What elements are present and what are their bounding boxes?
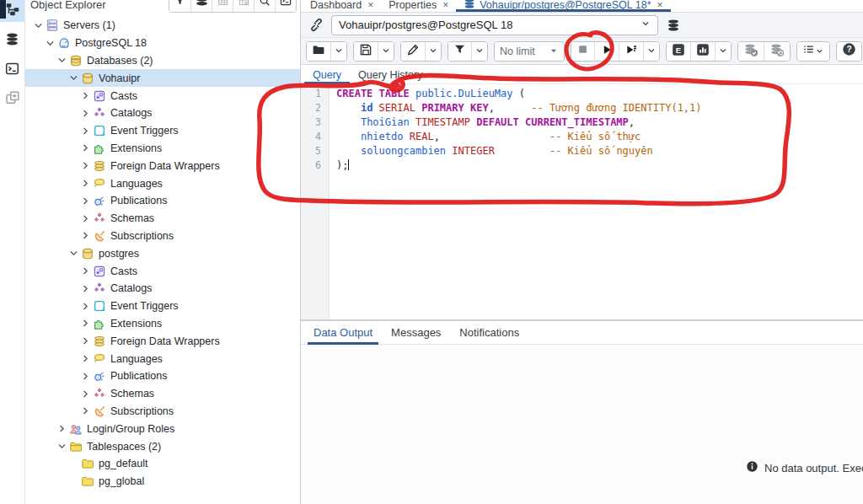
- tab-notifications[interactable]: Notifications: [450, 321, 528, 345]
- events-icon: [93, 299, 106, 313]
- tree-item-login-group-roles[interactable]: Login/Group Roles: [25, 420, 300, 437]
- sql-code[interactable]: CREATE TABLE public.DuLieuMay ( id SERIA…: [330, 84, 863, 319]
- tree-item-event-triggers[interactable]: Event Triggers: [25, 122, 300, 140]
- tab-properties[interactable]: Properties×: [381, 0, 456, 12]
- chevron-right-icon[interactable]: [79, 282, 91, 294]
- sql-editor[interactable]: 123456 CREATE TABLE public.DuLieuMay ( i…: [301, 83, 863, 319]
- explorer-tool-funnel[interactable]: [169, 0, 190, 12]
- explorer-tool-grid[interactable]: [212, 0, 233, 12]
- chevron-down-icon[interactable]: [56, 441, 67, 453]
- chevron-right-icon[interactable]: [79, 160, 91, 172]
- tab-query-history[interactable]: Query History: [350, 69, 431, 83]
- close-icon[interactable]: ×: [657, 0, 663, 11]
- chevron-right-icon[interactable]: [79, 230, 91, 242]
- tree-item-tablespaces-2-[interactable]: Tablespaces (2): [25, 437, 300, 455]
- toolbar-button-commit[interactable]: [738, 42, 764, 61]
- chevron-right-icon[interactable]: [56, 423, 67, 435]
- chevron-right-icon[interactable]: [79, 388, 91, 399]
- toolbar-button-play[interactable]: [594, 42, 619, 61]
- tree-item-schemas[interactable]: Schemas: [25, 210, 300, 228]
- tree-item-foreign-data-wrappers[interactable]: Foreign Data Wrappers: [25, 157, 300, 174]
- chevron-right-icon[interactable]: [79, 107, 91, 119]
- toolbar-button-chevron-down[interactable]: [715, 42, 731, 61]
- tab-messages[interactable]: Messages: [382, 321, 450, 345]
- toolbar-button-help[interactable]: ?: [837, 42, 861, 61]
- tree-item-subscriptions[interactable]: Subscriptions: [25, 228, 300, 245]
- tree-item-pg-global[interactable]: pg_global: [25, 473, 300, 491]
- toolbar-button-chevron-down[interactable]: [425, 42, 441, 61]
- tree-item-extensions[interactable]: Extensions: [25, 140, 300, 158]
- explorer-tool-grid-delete[interactable]: [233, 0, 254, 12]
- connection-selector[interactable]: Vohauipr/postgres@PostgreSQL 18: [331, 15, 658, 35]
- close-icon[interactable]: ×: [442, 0, 448, 11]
- tree-item-schemas[interactable]: Schemas: [25, 385, 300, 403]
- new-connection-button[interactable]: [663, 15, 683, 35]
- chevron-right-icon[interactable]: [79, 335, 91, 347]
- chevron-down-icon[interactable]: [44, 37, 56, 49]
- connection-status-button[interactable]: [306, 15, 326, 35]
- toolbar-button-pencil[interactable]: [401, 42, 425, 61]
- tree-item-postgresql-18[interactable]: PostgreSQL 18: [25, 35, 300, 52]
- tree-item-casts[interactable]: Casts: [25, 87, 300, 105]
- toolbar-button-folder[interactable]: [307, 42, 330, 61]
- chevron-down-icon[interactable]: [67, 72, 79, 84]
- row-limit-select[interactable]: No limit: [495, 42, 564, 61]
- rail-item-database-stack[interactable]: [0, 29, 24, 51]
- tree-item-languages[interactable]: Languages: [25, 350, 300, 367]
- toolbar-button-explain[interactable]: E: [667, 42, 690, 61]
- chevron-down-icon[interactable]: [67, 248, 79, 260]
- tree-item-databases-2-[interactable]: Databases (2): [25, 52, 300, 70]
- tree-item-publications[interactable]: Publications: [25, 367, 300, 385]
- chevron-right-icon[interactable]: [79, 318, 91, 330]
- chevron-right-icon[interactable]: [79, 353, 91, 365]
- chevron-right-icon[interactable]: [79, 370, 91, 382]
- tree-item-servers-1-[interactable]: Servers (1): [25, 17, 300, 35]
- tree-item-catalogs[interactable]: Catalogs: [25, 280, 300, 298]
- chevron-down-icon[interactable]: [32, 19, 44, 31]
- explorer-tool-console[interactable]: [275, 0, 296, 12]
- chevron-right-icon[interactable]: [79, 195, 91, 206]
- chevron-right-icon[interactable]: [79, 142, 91, 154]
- toolbar-button-funnel-o[interactable]: [448, 42, 471, 61]
- tree-item-catalogs[interactable]: Catalogs: [25, 105, 300, 122]
- chevron-right-icon[interactable]: [79, 178, 91, 190]
- tree-item-languages[interactable]: Languages: [25, 174, 300, 192]
- tab-query[interactable]: Query: [304, 69, 350, 83]
- tree-item-pg-default[interactable]: pg_default: [25, 455, 300, 473]
- tree-item-postgres[interactable]: postgres: [25, 244, 300, 262]
- tab-vohauipr-postgres-postgresql-1[interactable]: Vohauipr/postgres@PostgreSQL 18*×: [456, 0, 670, 12]
- tree-item-casts[interactable]: Casts: [25, 262, 300, 280]
- rail-item-schema-diff[interactable]: [0, 88, 24, 110]
- tree-item-foreign-data-wrappers[interactable]: Foreign Data Wrappers: [25, 332, 300, 350]
- toolbar-button-play-script[interactable]: [619, 42, 643, 61]
- chevron-right-icon[interactable]: [79, 125, 91, 137]
- toolbar-button-analyze[interactable]: [690, 42, 715, 61]
- chevron-right-icon[interactable]: [79, 90, 91, 102]
- toolbar-button-chevron-down[interactable]: [378, 42, 394, 61]
- tree-item-subscriptions[interactable]: Subscriptions: [25, 403, 300, 421]
- funnel-o-icon: [453, 43, 466, 59]
- chevron-down-icon[interactable]: [56, 55, 67, 67]
- tree-item-event-triggers[interactable]: Event Triggers: [25, 298, 300, 315]
- tab-dashboard[interactable]: Dashboard×: [303, 0, 381, 12]
- toolbar-button-chevron-down[interactable]: [330, 42, 346, 61]
- toolbar-button-stop[interactable]: [571, 42, 594, 61]
- chevron-right-icon[interactable]: [79, 212, 91, 224]
- chevron-right-icon[interactable]: [79, 300, 91, 312]
- tab-data-output[interactable]: Data Output: [304, 321, 382, 345]
- rail-item-terminal[interactable]: [0, 59, 24, 81]
- toolbar-button-rollback[interactable]: [764, 42, 790, 61]
- tree-item-label: Extensions: [110, 318, 162, 330]
- explorer-tool-search[interactable]: [254, 0, 275, 12]
- toolbar-button-macros[interactable]: [797, 42, 829, 61]
- explorer-tool-database-stack[interactable]: [190, 0, 212, 12]
- chevron-right-icon[interactable]: [79, 265, 91, 277]
- toolbar-button-chevron-down[interactable]: [471, 42, 487, 61]
- close-icon[interactable]: ×: [367, 0, 373, 11]
- toolbar-button-chevron-down[interactable]: [643, 42, 659, 61]
- tree-item-publications[interactable]: Publications: [25, 192, 300, 210]
- tree-item-vohauipr[interactable]: Vohauipr: [25, 69, 300, 87]
- chevron-right-icon[interactable]: [79, 405, 91, 417]
- toolbar-button-save[interactable]: [354, 42, 378, 61]
- tree-item-extensions[interactable]: Extensions: [25, 315, 300, 333]
